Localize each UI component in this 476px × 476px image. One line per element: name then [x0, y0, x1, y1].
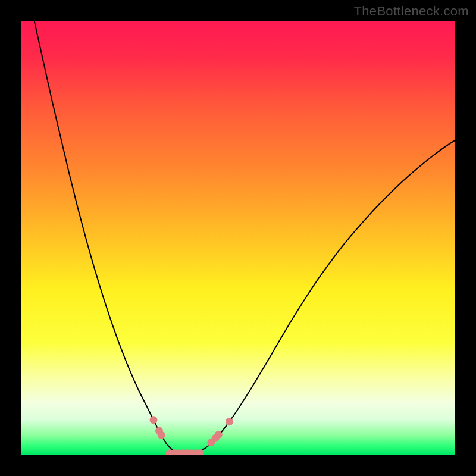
marker-layer — [21, 21, 455, 455]
watermark-text: TheBottleneck.com — [354, 4, 469, 19]
plot-area — [21, 21, 455, 455]
data-marker — [158, 431, 165, 439]
data-marker — [150, 416, 158, 424]
data-marker — [215, 431, 223, 439]
data-marker — [226, 418, 233, 425]
